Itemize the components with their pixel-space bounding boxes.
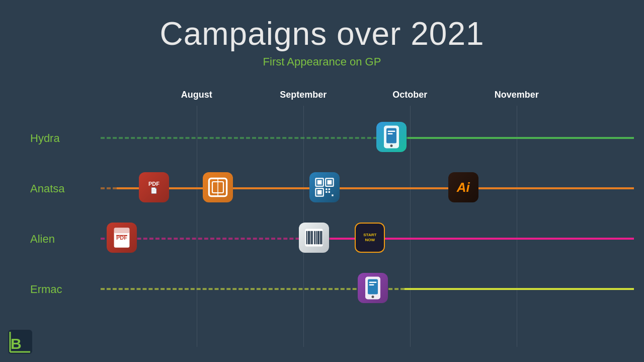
- app-icon-start-now: STARTNOW: [355, 223, 385, 253]
- svg-rect-1: [386, 128, 396, 143]
- row-hydra: Hydra: [30, 106, 634, 156]
- chart-area: AugustSeptemberOctoberNovemberHydraAnats…: [30, 86, 634, 347]
- svg-rect-26: [309, 231, 310, 244]
- svg-text:B: B: [11, 335, 22, 352]
- app-icon-qr-blue: [309, 172, 340, 202]
- svg-rect-30: [315, 231, 316, 244]
- svg-rect-27: [310, 231, 311, 244]
- svg-rect-22: [114, 228, 130, 233]
- svg-rect-3: [387, 131, 395, 132]
- svg-rect-29: [314, 231, 315, 244]
- svg-rect-16: [326, 191, 327, 193]
- svg-rect-25: [308, 231, 309, 244]
- app-icon-phone-app2: [358, 273, 388, 303]
- svg-rect-13: [317, 190, 322, 195]
- dashed-line-hydra: [101, 137, 408, 139]
- solid-line-anatsa: [117, 187, 634, 189]
- slide: Campaigns over 2021 First Appearance on …: [0, 0, 644, 362]
- app-icon-ai: Ai: [448, 172, 478, 202]
- month-label-october: October: [392, 90, 427, 100]
- page-subtitle: First Appearance on GP: [0, 55, 644, 68]
- page-title: Campaigns over 2021: [0, 0, 644, 52]
- solid-line-ermac: [405, 288, 634, 290]
- app-icon-orange-scan: [203, 172, 233, 202]
- svg-rect-28: [312, 231, 313, 244]
- app-icon-pdf-red: PDF📄: [139, 172, 169, 202]
- row-ermac: Ermac: [30, 257, 634, 307]
- svg-rect-15: [329, 188, 330, 190]
- solid-line-hydra: [408, 137, 634, 139]
- svg-rect-18: [332, 194, 333, 196]
- row-label-hydra: Hydra: [30, 132, 101, 145]
- dashed-line-anatsa: [101, 187, 117, 189]
- svg-point-37: [371, 296, 374, 298]
- svg-rect-38: [369, 282, 376, 283]
- app-icon-pdf-white: PDF: [107, 223, 137, 253]
- svg-rect-11: [328, 180, 332, 185]
- app-icon-barcode: [299, 223, 329, 253]
- logo: B: [8, 330, 32, 354]
- month-label-november: November: [495, 90, 539, 100]
- row-label-ermac: Ermac: [30, 283, 101, 296]
- svg-rect-17: [329, 191, 330, 193]
- svg-rect-24: [306, 231, 307, 244]
- row-label-alien: Alien: [30, 233, 101, 246]
- svg-rect-34: [321, 231, 322, 244]
- svg-rect-4: [387, 133, 392, 135]
- svg-rect-36: [368, 279, 378, 295]
- row-label-anatsa: Anatsa: [30, 182, 101, 195]
- svg-rect-31: [317, 231, 318, 244]
- month-label-september: September: [280, 90, 327, 100]
- svg-rect-39: [369, 284, 374, 286]
- svg-rect-33: [320, 231, 321, 244]
- svg-point-2: [390, 144, 392, 147]
- svg-rect-9: [317, 180, 322, 185]
- row-anatsa: AnatsaPDF📄Ai: [30, 156, 634, 206]
- row-alien: AlienPDFSTARTNOW: [30, 206, 634, 257]
- svg-rect-32: [318, 231, 319, 244]
- app-icon-phone-app: [376, 122, 407, 152]
- svg-rect-14: [326, 188, 327, 190]
- month-label-august: August: [181, 90, 212, 100]
